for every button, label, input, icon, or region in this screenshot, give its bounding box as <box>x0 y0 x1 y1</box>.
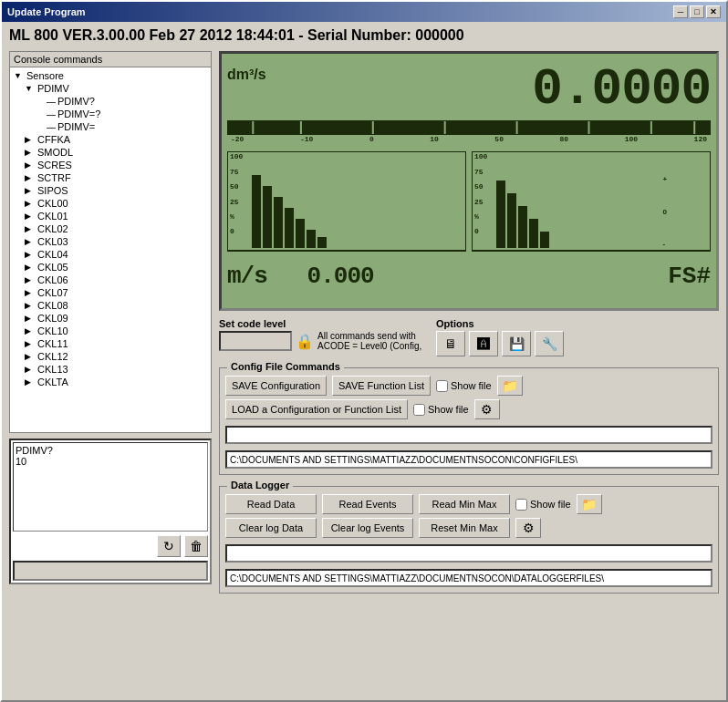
tree-item-pdimv[interactable]: ▼PDIMV <box>12 82 209 95</box>
acode-text: All commands send with ACODE = Level0 (C… <box>317 331 427 351</box>
tree-item-sensore[interactable]: ▼Sensore <box>12 69 209 82</box>
close-button[interactable]: ✕ <box>706 5 721 18</box>
lcd-rbar-5 <box>540 232 549 248</box>
save-button[interactable]: 💾 <box>502 331 531 356</box>
tree-item-ckl05[interactable]: ▶CKL05 <box>12 261 209 274</box>
tree-item-cffka[interactable]: ▶CFFKA <box>12 133 209 146</box>
show-file-1-checkbox[interactable] <box>436 380 448 392</box>
code-level-section: Set code level 🔒 All commands send with … <box>219 318 427 351</box>
tree-icon-pdimv_eq: — <box>47 109 56 119</box>
tree-label-ckl04: CKL04 <box>37 249 68 260</box>
reset-min-max-button[interactable]: Reset Min Max <box>419 518 510 538</box>
tree-item-ckl12[interactable]: ▶CKL12 <box>12 350 209 363</box>
lcd-row-bottom: m/s 0.000 FS# <box>227 261 711 293</box>
tree-item-ckl08[interactable]: ▶CKL08 <box>12 299 209 312</box>
lcd-label-pct: % <box>230 212 243 221</box>
logger-row2: Clear log Data Clear log Events Reset Mi… <box>225 518 712 538</box>
config-gear-button[interactable]: ⚙ <box>474 399 500 419</box>
load-button[interactable]: LOAD a Configuration or Function List <box>225 399 408 419</box>
tree-item-ckl04[interactable]: ▶CKL04 <box>12 248 209 261</box>
command-input[interactable] <box>13 561 208 581</box>
lcd-unit: dm³/s <box>227 67 266 83</box>
logger-gear-button[interactable]: ⚙ <box>515 518 541 538</box>
tree-item-scres[interactable]: ▶SCRES <box>12 159 209 171</box>
logger-folder-button[interactable]: 📁 <box>577 494 602 514</box>
window-title: Update Program <box>7 6 86 17</box>
lcd-rbar-3 <box>518 206 527 248</box>
tree-item-smodl[interactable]: ▶SMODL <box>12 146 209 159</box>
tree-item-ckl02[interactable]: ▶CKL02 <box>12 222 209 235</box>
tree-label-ckl03: CKL03 <box>37 236 68 247</box>
tree-label-ckl00: CKL00 <box>37 198 68 209</box>
output-panel: PDIMV? 10 ↻ 🗑 <box>9 439 212 584</box>
refresh-button[interactable]: ↻ <box>157 535 181 557</box>
tools-button[interactable]: 🔧 <box>535 331 564 356</box>
clear-events-button[interactable]: Clear log Events <box>322 518 413 538</box>
titlebar-buttons: ─ □ ✕ <box>673 5 721 18</box>
lcd-rlabel-pct: % <box>474 212 487 221</box>
lcd-bar-2 <box>263 186 272 248</box>
tree-item-ckl13[interactable]: ▶CKL13 <box>12 363 209 376</box>
lcd-bars-right <box>496 175 657 248</box>
read-events-button[interactable]: Read Events <box>322 494 413 514</box>
save-function-button[interactable]: SAVE Function List <box>332 376 431 396</box>
monitor-button[interactable]: 🖥 <box>436 331 465 356</box>
code-level-input[interactable] <box>219 331 292 351</box>
show-file-2-checkbox[interactable] <box>413 404 425 416</box>
data-logger-label: Data Logger <box>227 480 293 490</box>
lcd-rlabel-50: 50 <box>474 182 487 191</box>
tree-item-ckl00[interactable]: ▶CKL00 <box>12 197 209 210</box>
tree-item-ckl10[interactable]: ▶CKL10 <box>12 325 209 337</box>
show-file-3-text: Show file <box>530 499 571 510</box>
lcd-row1: dm³/s 0.0000 <box>227 61 711 117</box>
logger-path-row <box>225 542 712 563</box>
read-data-button[interactable]: Read Data <box>225 494 317 514</box>
font-button[interactable]: 🅰 <box>469 331 498 356</box>
tree-item-ckl11[interactable]: ▶CKL11 <box>12 337 209 350</box>
tree-item-pdimv_eq[interactable]: — PDIMV=? <box>12 108 209 120</box>
logger-path-display-input[interactable] <box>225 569 712 587</box>
lcd-label-100: 100 <box>230 152 243 160</box>
maximize-button[interactable]: □ <box>690 5 704 18</box>
lcd-rbar-2 <box>507 193 516 248</box>
config-path-display-input[interactable] <box>225 450 712 469</box>
output-text: PDIMV? 10 <box>13 442 208 532</box>
clear-button[interactable]: 🗑 <box>184 535 208 557</box>
tree-label-sipos: SIPOS <box>37 185 68 196</box>
console-tree[interactable]: ▼Sensore▼PDIMV— PDIMV?— PDIMV=?— PDIMV=▶… <box>10 67 211 432</box>
tree-label-pdimv_eq: PDIMV=? <box>57 108 100 119</box>
tree-item-pdimv_set[interactable]: — PDIMV= <box>12 120 209 133</box>
tree-item-cklta[interactable]: ▶CKLTA <box>12 376 209 388</box>
tree-label-cklta: CKLTA <box>37 377 68 387</box>
lcd-rbar-4 <box>529 219 538 248</box>
tree-label-cffka: CFFKA <box>37 134 70 145</box>
right-panel: dm³/s 0.0000 <box>219 51 719 594</box>
lcd-rlabel-100: 100 <box>474 152 487 160</box>
show-file-3-label[interactable]: Show file <box>515 499 571 511</box>
config-folder-button[interactable]: 📁 <box>497 376 523 396</box>
left-panel: Console commands ▼Sensore▼PDIMV— PDIMV?—… <box>9 51 212 594</box>
minimize-button[interactable]: ─ <box>673 5 688 18</box>
logger-path-input[interactable] <box>225 544 712 563</box>
tree-item-pdimv_q[interactable]: — PDIMV? <box>12 95 209 108</box>
tree-item-ckl06[interactable]: ▶CKL06 <box>12 274 209 286</box>
lcd-label-0: 0 <box>230 227 243 235</box>
output-line1: PDIMV? <box>16 445 205 456</box>
config-path-input[interactable] <box>225 426 712 444</box>
show-file-2-label[interactable]: Show file <box>413 404 469 416</box>
clear-data-button[interactable]: Clear log Data <box>225 518 317 538</box>
tree-item-ckl07[interactable]: ▶CKL07 <box>12 286 209 299</box>
lcd-minus: - <box>662 240 667 248</box>
tree-item-sipos[interactable]: ▶SIPOS <box>12 184 209 197</box>
tree-item-ckl09[interactable]: ▶CKL09 <box>12 312 209 325</box>
show-file-1-text: Show file <box>451 380 492 391</box>
tree-label-ckl09: CKL09 <box>37 313 68 324</box>
show-file-1-label[interactable]: Show file <box>436 380 492 392</box>
tree-item-ckl01[interactable]: ▶CKL01 <box>12 210 209 222</box>
tree-item-ckl03[interactable]: ▶CKL03 <box>12 235 209 248</box>
show-file-3-checkbox[interactable] <box>515 499 527 511</box>
save-config-button[interactable]: SAVE Configuration <box>225 376 327 396</box>
read-min-max-button[interactable]: Read Min Max <box>419 494 510 514</box>
tree-label-pdimv: PDIMV <box>37 83 69 94</box>
tree-item-sctrf[interactable]: ▶SCTRF <box>12 171 209 184</box>
